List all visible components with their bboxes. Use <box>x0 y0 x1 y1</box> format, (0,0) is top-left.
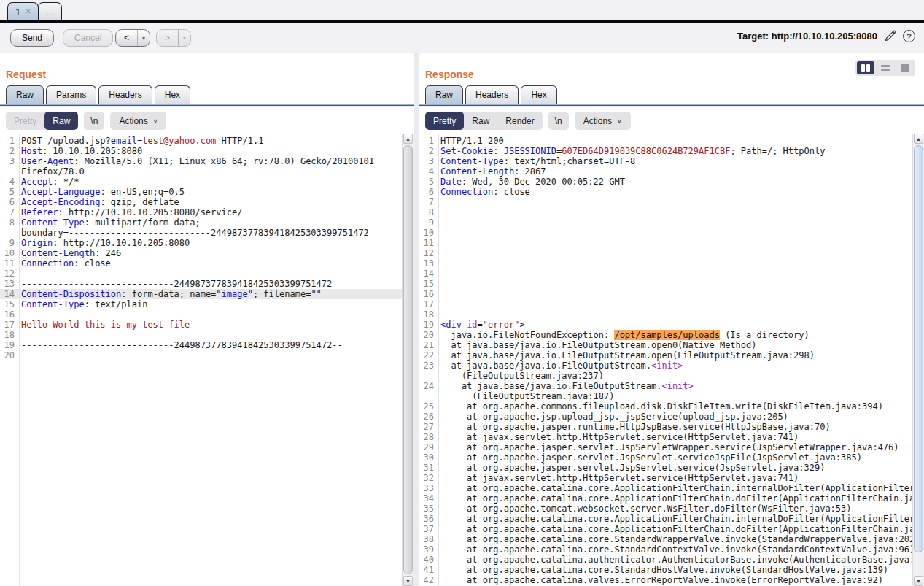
request-view-toolbar: Pretty Raw \n Actions ∨ <box>6 112 166 130</box>
line-number: 11 <box>0 258 19 269</box>
code-line: 40 at org.apache.catalina.authenticator.… <box>419 555 912 565</box>
scroll-down-icon[interactable]: ▼ <box>914 576 923 586</box>
forward-arrow[interactable]: > <box>157 30 179 46</box>
actions-button[interactable]: Actions ∨ <box>575 112 631 130</box>
line-number: 36 <box>419 514 438 524</box>
line-number: 1 <box>419 136 438 146</box>
line-number: 3 <box>419 156 438 166</box>
line-number: 42 <box>419 575 438 585</box>
code-line: 20 java.io.FileNotFoundException: /opt/s… <box>419 330 912 340</box>
line-number: 11 <box>419 238 438 248</box>
response-panel: Response Raw Headers Hex Pretty Raw Rend… <box>419 53 924 586</box>
code-line: 10Content-Length: 246 <box>0 248 402 258</box>
scrollbar-thumb[interactable] <box>914 145 923 552</box>
code-line: 2Set-Cookie: JSESSIONID=607ED64D919039C8… <box>419 146 912 156</box>
line-number: 13 <box>419 258 438 269</box>
target-url: http://10.10.10.205:8080 <box>772 31 877 42</box>
forward-history-button[interactable]: > ▾ <box>156 29 191 47</box>
repeater-tab-1[interactable]: 1 × <box>7 2 39 20</box>
help-icon[interactable]: ? <box>903 30 915 42</box>
scrollbar-thumb[interactable] <box>403 145 413 574</box>
request-panel-title: Request <box>6 69 46 80</box>
code-line: 22 at java.base/java.io.FileOutputStream… <box>419 350 912 361</box>
tab-request-raw[interactable]: Raw <box>6 85 44 104</box>
response-scrollbar[interactable]: ▲ ▼ <box>912 134 924 586</box>
line-number <box>419 371 438 381</box>
line-number: 6 <box>419 187 438 197</box>
code-line: 19-----------------------------244987377… <box>0 340 402 350</box>
close-icon[interactable]: × <box>26 7 31 17</box>
line-number: 34 <box>419 493 438 504</box>
raw-view-button[interactable]: Raw <box>44 112 78 130</box>
tab-request-hex[interactable]: Hex <box>155 85 190 104</box>
new-tab-button[interactable]: ... <box>38 2 62 20</box>
line-number: 3 <box>0 156 19 166</box>
tab-request-headers[interactable]: Headers <box>98 85 152 104</box>
layout-single-button[interactable] <box>896 61 914 74</box>
back-arrow[interactable]: < <box>116 30 138 46</box>
scroll-down-icon[interactable]: ▼ <box>403 576 413 586</box>
chevron-down-icon[interactable]: ▾ <box>179 30 190 46</box>
code-line: 20 <box>0 350 402 361</box>
code-line: 16 <box>419 289 912 299</box>
send-button[interactable]: Send <box>10 29 54 47</box>
line-number: 15 <box>0 299 19 309</box>
render-view-button[interactable]: Render <box>497 112 542 130</box>
code-line: boundary=---------------------------2449… <box>0 228 402 238</box>
code-line: 34 at org.apache.catalina.core.Applicati… <box>419 493 912 504</box>
layout-toggle-group <box>855 60 915 76</box>
back-history-button[interactable]: < ▾ <box>115 29 150 47</box>
code-line: 21 at java.base/java.io.FileOutputStream… <box>419 340 912 350</box>
line-number: 4 <box>419 166 438 177</box>
pretty-view-button[interactable]: Pretty <box>6 112 44 130</box>
code-line: 9 <box>419 217 912 228</box>
tab-response-raw[interactable]: Raw <box>425 85 463 104</box>
chevron-down-icon[interactable]: ▾ <box>138 30 150 46</box>
tab-response-headers[interactable]: Headers <box>465 85 519 104</box>
code-line: 7Referer: http://10.10.10.205:8080/servi… <box>0 207 402 217</box>
code-line: 17Hello World this is my test file <box>0 320 402 330</box>
scroll-up-icon[interactable]: ▲ <box>403 134 413 144</box>
show-newline-button[interactable]: \n <box>548 112 569 130</box>
code-line: 12 <box>419 248 912 258</box>
code-line: 8 <box>419 207 912 217</box>
pretty-view-button[interactable]: Pretty <box>425 112 464 130</box>
layout-rows-button[interactable] <box>877 61 894 74</box>
tab-underline <box>419 104 924 107</box>
line-number: 30 <box>419 452 438 463</box>
tab-request-params[interactable]: Params <box>46 85 96 104</box>
request-scrollbar[interactable]: ▲ ▼ <box>402 134 414 586</box>
code-line: 26 at org.apache.jsp.upload_jsp._jspServ… <box>419 412 912 422</box>
code-line: 9Origin: http://10.10.10.205:8080 <box>0 238 402 248</box>
show-newline-button[interactable]: \n <box>84 112 104 130</box>
code-line: 14 <box>419 269 912 279</box>
line-number: 33 <box>419 483 438 493</box>
code-line: 31 at org.apache.jasper.servlet.JspServl… <box>419 463 912 473</box>
scroll-up-icon[interactable]: ▲ <box>914 134 923 144</box>
response-editor[interactable]: 1HTTP/1.1 2002Set-Cookie: JSESSIONID=607… <box>419 134 912 586</box>
tab-response-hex[interactable]: Hex <box>521 85 556 104</box>
pencil-icon[interactable] <box>884 30 896 42</box>
tab-underline <box>0 104 414 107</box>
actions-button[interactable]: Actions ∨ <box>110 112 166 130</box>
request-editor[interactable]: 1POST /upload.jsp?email=test@yahoo.com H… <box>0 134 402 586</box>
code-line: 2Host: 10.10.10.205:8080 <box>0 146 402 156</box>
cancel-button[interactable]: Cancel <box>63 29 113 47</box>
raw-view-button[interactable]: Raw <box>464 112 497 130</box>
line-number: 16 <box>419 289 438 299</box>
response-message-tabs: Raw Headers Hex <box>425 85 559 104</box>
code-line: 13 <box>419 258 912 269</box>
code-line: Firefox/78.0 <box>0 166 402 177</box>
request-view-toggle: Pretty Raw <box>6 112 78 130</box>
repeater-toolbar: Send Cancel < ▾ > ▾ Target: http://10.10… <box>0 23 924 53</box>
code-line: 1POST /upload.jsp?email=test@yahoo.com H… <box>0 136 402 146</box>
line-number: 29 <box>419 442 438 452</box>
layout-columns-button[interactable] <box>857 61 874 74</box>
code-line: 41 at org.apache.catalina.core.StandardH… <box>419 565 912 575</box>
line-number: 17 <box>0 320 19 330</box>
line-number: 2 <box>0 146 19 156</box>
line-number: 9 <box>0 238 19 248</box>
code-line: 38 at org.apache.catalina.core.StandardW… <box>419 534 912 544</box>
code-line: 18 <box>419 309 912 320</box>
code-line: 36 at org.apache.catalina.core.Applicati… <box>419 514 912 524</box>
